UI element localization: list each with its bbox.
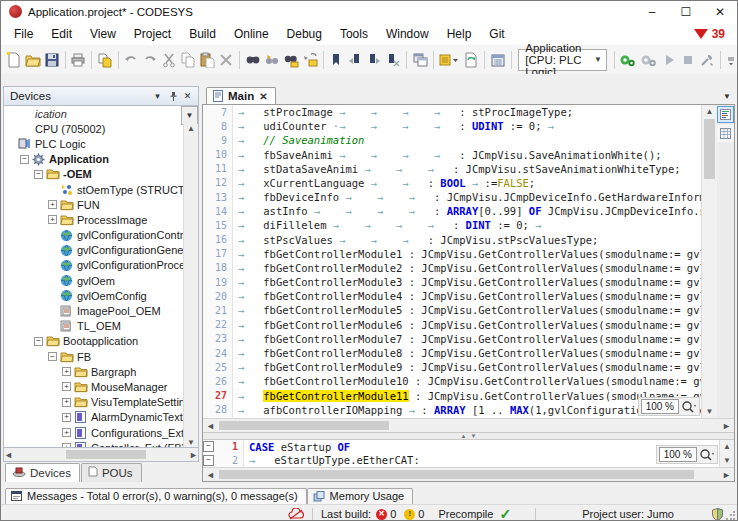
fold-collapse-icon[interactable]: − (203, 455, 214, 466)
menu-window[interactable]: Window (377, 24, 438, 44)
messages-tab[interactable]: Messages - Total 0 error(s), 0 warning(s… (5, 488, 307, 504)
copy-button[interactable] (179, 48, 197, 72)
tree-item-oem[interactable]: −-OEM (4, 167, 184, 182)
tab-devices[interactable]: Devices (5, 463, 80, 482)
tree-item-fun[interactable]: +FUN (4, 197, 184, 212)
code-line-25[interactable]: 25→ fbGetControllerModule9 : JCmpVisu.Ge… (203, 360, 702, 374)
undo-button[interactable] (122, 48, 140, 72)
editor-horizontal-scrollbar[interactable]: ◄ ► (203, 418, 734, 432)
scroll-up-icon[interactable]: ▲ (723, 442, 731, 451)
editor-scroll-thumb[interactable] (219, 421, 389, 430)
open-file-button[interactable] (24, 48, 42, 72)
replace-in-project-button[interactable] (301, 48, 319, 72)
expand-icon[interactable]: + (62, 413, 71, 422)
code-line-13[interactable]: 13→ fbDeviceInfo → → → : JCmpVisu.JCmpDe… (203, 190, 702, 204)
menu-debug[interactable]: Debug (278, 24, 331, 44)
editor-vertical-scrollbar[interactable]: ▲ ▼ (701, 105, 717, 418)
bookmark-next-button[interactable] (365, 48, 383, 72)
code-line-22[interactable]: 22→ fbGetControllerModule6 : JCmpVisu.Ge… (203, 318, 702, 332)
paste-button[interactable] (198, 48, 216, 72)
magnifier-icon[interactable] (681, 400, 697, 414)
code-line-19[interactable]: 19→ fbGetControllerModule3 : JCmpVisu.Ge… (203, 275, 702, 289)
tree-item-bootapplication[interactable]: −Bootapplication (4, 334, 184, 349)
tree-item-gvloemconfig[interactable]: gvlOemConfig (4, 288, 184, 303)
code-line-2[interactable]: −2→ eStartUpType.eEtherCAT: (203, 453, 734, 466)
active-application-combobox[interactable]: Application [CPU: PLC Logic]▼ (518, 49, 607, 71)
copy-project-button[interactable] (96, 48, 114, 72)
code-line-10[interactable]: 10→ fbSaveAnimi → → → → : JCmpVisu.SaveA… (203, 148, 702, 162)
panel-close-icon[interactable]: ✕ (180, 89, 195, 103)
code-line-23[interactable]: 23→ fbGetControllerModule7 : JCmpVisu.Ge… (203, 332, 702, 346)
tree-item-tl-oem[interactable]: TL_OEM (4, 319, 184, 334)
menu-online[interactable]: Online (225, 24, 278, 44)
menu-git[interactable]: Git (480, 24, 513, 44)
menu-build[interactable]: Build (180, 24, 225, 44)
tree-item-gvlconfigurationprocessimag[interactable]: gvlConfigurationProcessImag (4, 258, 184, 273)
scroll-up-icon[interactable]: ▲ (706, 107, 714, 116)
cut-button[interactable] (160, 48, 178, 72)
collapse-icon[interactable]: − (34, 337, 43, 346)
tree-item-alarmdynamictext-fb[interactable]: +AlarmDynamicText (FB) (4, 410, 184, 425)
pin-icon[interactable] (165, 89, 180, 103)
declaration-editor[interactable]: 7→ stProcImage → → → → : stProcImageType… (203, 105, 734, 418)
code-line-16[interactable]: 16→ stPscValues → → → : JCmpVisu.stPscVa… (203, 233, 702, 247)
code-line-7[interactable]: 7→ stProcImage → → → → : stProcImageType… (203, 105, 702, 119)
expand-icon[interactable]: + (62, 443, 71, 447)
scroll-left-icon[interactable]: ◄ (206, 470, 215, 480)
editor-scroll-thumb[interactable] (704, 119, 715, 179)
scroll-right-icon[interactable]: ► (722, 421, 731, 431)
refresh-objects-button[interactable] (462, 48, 480, 72)
tree-item-plc-logic[interactable]: PLC Logic (4, 136, 184, 151)
new-object-button[interactable] (437, 48, 461, 72)
start-button[interactable] (660, 48, 678, 72)
scroll-right-icon[interactable]: ► (722, 470, 731, 480)
bookmark-prev-button[interactable] (346, 48, 364, 72)
collapse-icon[interactable]: − (48, 352, 57, 361)
menu-view[interactable]: View (81, 24, 125, 44)
tree-item-processimage[interactable]: +ProcessImage (4, 212, 184, 227)
tree-item-gvloem[interactable]: gvlOem (4, 273, 184, 288)
tree-dropdown-icon[interactable]: ▼ (181, 106, 198, 125)
code-line-24[interactable]: 24→ fbGetControllerModule8 : JCmpVisu.Ge… (203, 346, 702, 360)
tree-horizontal-scrollbar[interactable]: ◄ ► (3, 448, 199, 462)
code-line-17[interactable]: 17→ fbGetControllerModule1 : JCmpVisu.Ge… (203, 247, 702, 261)
code-line-18[interactable]: 18→ fbGetControllerModule2 : JCmpVisu.Ge… (203, 261, 702, 275)
tree-item-ication[interactable]: ication (4, 106, 184, 121)
tree-item-visutemplatesettings[interactable]: +VisuTemplateSettings (4, 395, 184, 410)
code-line-21[interactable]: 21→ fbGetControllerModule5 : JCmpVisu.Ge… (203, 303, 702, 317)
stop-button[interactable] (679, 48, 697, 72)
lower-zoom-level[interactable]: 100 % (659, 447, 697, 462)
implementation-editor[interactable]: −1CASE eStartup OF−2→ eStartUpType.eEthe… (203, 439, 734, 467)
magnifier-icon[interactable] (699, 448, 715, 462)
notification-count[interactable]: 39 (712, 27, 725, 41)
tree-item-fb[interactable]: −FB (4, 349, 184, 364)
scroll-up-icon[interactable]: ▲ (187, 124, 195, 133)
scroll-left-icon[interactable]: ◄ (206, 421, 215, 431)
code-line-9[interactable]: 9→ // Saveanimation (203, 133, 702, 147)
chevron-down-icon[interactable]: ▼ (594, 55, 602, 64)
collapse-icon[interactable]: − (34, 170, 43, 179)
toolbar-overflow-button[interactable] (725, 48, 737, 72)
tree-item-imagepool-oem[interactable]: ImagePool_OEM (4, 303, 184, 318)
bookmark-clear-button[interactable] (384, 48, 402, 72)
tree-item-mousemanager[interactable]: +MouseManager (4, 379, 184, 394)
code-line-28[interactable]: 28→ afbControllerIOMapping → : ARRAY [1 … (203, 403, 702, 417)
pane-splitter[interactable]: ▲ ▼ (203, 432, 734, 439)
redo-button[interactable] (141, 48, 159, 72)
minimize-button[interactable]: – (635, 1, 669, 22)
scroll-left-icon[interactable]: ◄ (4, 450, 13, 460)
expand-icon[interactable]: + (62, 382, 71, 391)
tab-list-dropdown-icon[interactable]: ▼ (719, 92, 735, 104)
tree-item-gvlconfigurationcontroller[interactable]: gvlConfigurationController (4, 228, 184, 243)
tabular-view-button[interactable] (717, 125, 734, 142)
expand-icon[interactable]: + (48, 200, 57, 209)
incremental-search-button[interactable] (263, 48, 281, 72)
build-button[interactable] (489, 48, 507, 72)
debug-tools-button[interactable] (698, 48, 716, 72)
scroll-right-icon[interactable]: ► (189, 450, 198, 460)
menu-edit[interactable]: Edit (42, 24, 81, 44)
panel-menu-icon[interactable]: ▾ (150, 89, 165, 103)
tab-main[interactable]: Main ✕ (206, 87, 276, 104)
tab-pous[interactable]: POUs (81, 463, 142, 482)
fold-collapse-icon[interactable]: − (203, 441, 214, 452)
